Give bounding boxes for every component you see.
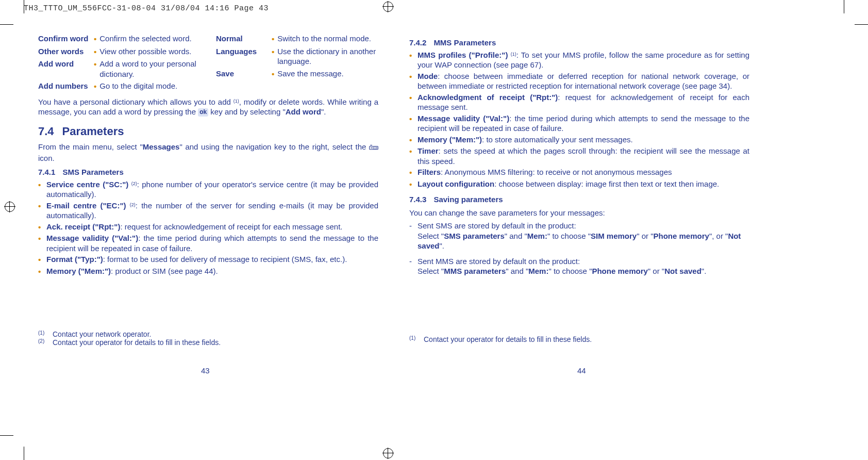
saving-list: -Sent SMS are stored by default in the p… xyxy=(409,221,749,276)
crop-mark xyxy=(24,0,24,13)
list-item: •Format ("Typ:"): format to be used for … xyxy=(38,254,378,265)
list-item-content: Message validity ("Val:"): the time peri… xyxy=(418,113,749,134)
footnote: (1)Contact your network operator. xyxy=(38,330,368,338)
list-item: •Memory ("Mem:"): product or SIM (see pa… xyxy=(38,266,378,277)
bullet-icon: • xyxy=(409,168,418,178)
section-heading: 7.4 Parameters xyxy=(38,124,378,139)
subsection-heading: 7.4.1 SMS Parameters xyxy=(38,167,378,177)
list-item-content: Layout configuration: choose between dis… xyxy=(418,179,749,190)
bullet-icon: • xyxy=(38,267,46,277)
term-description: Add a word to your personal dictionary. xyxy=(99,59,201,79)
bullet-icon: • xyxy=(38,201,46,221)
footnote: (1)Contact your operator for details to … xyxy=(409,335,739,343)
bullet-icon: • xyxy=(409,114,418,134)
bullet-icon: • xyxy=(409,179,418,190)
page-left: Confirm word•Confirm the selected word.O… xyxy=(38,34,378,282)
tools-icon xyxy=(369,143,378,153)
list-item: -Sent SMS are stored by default in the p… xyxy=(409,221,749,251)
dash-icon: - xyxy=(409,221,418,251)
bullet-icon: • xyxy=(409,146,418,166)
saving-intro: You can change the save parameters for y… xyxy=(409,208,749,218)
bullet-icon: • xyxy=(409,51,418,70)
bullet-icon: • xyxy=(272,47,274,57)
term-label: Add numbers xyxy=(38,81,94,91)
sms-parameters-list: •Service centre ("SC:") (2): phone numbe… xyxy=(38,179,378,277)
term-row: Add word•Add a word to your personal dic… xyxy=(38,59,201,79)
bullet-icon: • xyxy=(409,72,418,91)
registration-mark xyxy=(4,201,15,212)
subsection-heading: 7.4.2 MMS Parameters xyxy=(409,38,749,48)
dictionary-paragraph: You have a personal dictionary which all… xyxy=(38,97,378,117)
term-row: Normal•Switch to the normal mode. xyxy=(216,34,378,44)
list-item: •Memory ("Mem:"): to store automatically… xyxy=(409,135,749,145)
list-item: •Ack. receipt ("Rpt:"): request for ackn… xyxy=(38,222,378,233)
list-item-content: Format ("Typ:"): format to be used for d… xyxy=(46,254,378,265)
list-item-content: Filters: Anonymous MMS filtering: to rec… xyxy=(418,167,749,178)
list-item: •Layout configuration: choose between di… xyxy=(409,179,749,190)
footnote-text: Contact your network operator. xyxy=(53,330,151,338)
bullet-icon: • xyxy=(38,234,46,253)
list-item: •Message validity ("Val:"): the time per… xyxy=(409,113,749,134)
term-row: Add numbers•Go to the digital mode. xyxy=(38,81,201,92)
crop-mark xyxy=(0,435,13,436)
list-item: -Sent MMS are stored by default on the p… xyxy=(409,256,749,276)
footnote-text: Contact your operator for details to fil… xyxy=(424,335,592,343)
list-item-content: Service centre ("SC:") (2): phone number… xyxy=(46,179,378,200)
crop-mark xyxy=(0,24,13,25)
bullet-icon: • xyxy=(272,34,274,44)
bullet-icon: • xyxy=(409,93,418,112)
crop-mark xyxy=(855,24,868,25)
crop-mark xyxy=(844,0,844,13)
list-item-content: Mode: choose between immediate or deferr… xyxy=(418,71,749,91)
list-item: •Acknowledgment of receipt ("Rpt:"): req… xyxy=(409,92,749,112)
term-row: Other words•View other possible words. xyxy=(38,46,201,57)
list-item-content: Ack. receipt ("Rpt:"): request for ackno… xyxy=(46,222,378,233)
footnote: (2)Contact your operator for details to … xyxy=(38,338,368,347)
term-label: Other words xyxy=(38,46,94,57)
list-item: •Message validity ("Val:"): the time per… xyxy=(38,233,378,253)
term-description: Switch to the normal mode. xyxy=(277,34,378,44)
list-item: •MMS profiles ("Profile:") (1): To set y… xyxy=(409,50,749,70)
footnote-mark: (1) xyxy=(38,330,53,338)
bullet-icon: • xyxy=(94,34,96,44)
term-label: Languages xyxy=(216,46,272,57)
list-item-content: Sent SMS are stored by default in the pr… xyxy=(418,221,749,251)
bullet-icon: • xyxy=(38,180,46,200)
list-item: •Timer: sets the speed at which the page… xyxy=(409,146,749,166)
svg-rect-2 xyxy=(373,147,377,149)
ok-key-badge: ok xyxy=(198,108,208,117)
list-item-content: Acknowledgment of receipt ("Rpt:"): requ… xyxy=(418,92,749,112)
svg-point-1 xyxy=(371,147,372,149)
terms-table: Confirm word•Confirm the selected word.O… xyxy=(38,34,378,94)
term-label: Normal xyxy=(216,34,272,44)
footnote-text: Contact your operator for details to fil… xyxy=(53,338,221,347)
term-description: Confirm the selected word. xyxy=(99,34,201,44)
term-label: Add word xyxy=(38,59,94,69)
list-item: •Mode: choose between immediate or defer… xyxy=(409,71,749,91)
bullet-icon: • xyxy=(94,47,96,57)
footnotes-right: (1)Contact your operator for details to … xyxy=(409,335,739,343)
page-number-left: 43 xyxy=(201,366,210,375)
term-label: Confirm word xyxy=(38,34,94,44)
term-label: Save xyxy=(216,69,272,79)
bullet-icon: • xyxy=(272,69,274,79)
footnote-mark: (2) xyxy=(38,338,53,347)
list-item-content: Memory ("Mem:"): product or SIM (see pag… xyxy=(46,266,378,277)
crop-mark xyxy=(24,447,24,460)
mms-parameters-list: •MMS profiles ("Profile:") (1): To set y… xyxy=(409,50,749,190)
term-description: Go to the digital mode. xyxy=(99,81,201,91)
list-item: •E-mail centre ("EC:") (2): the number o… xyxy=(38,201,378,221)
term-description: Use the dictionary in another language. xyxy=(277,46,378,67)
page-right: 7.4.2 MMS Parameters •MMS profiles ("Pro… xyxy=(409,34,749,282)
term-row: Confirm word•Confirm the selected word. xyxy=(38,34,201,44)
list-item-content: E-mail centre ("EC:") (2): the number of… xyxy=(46,201,378,221)
term-description: Save the message. xyxy=(277,69,378,79)
term-row: Languages•Use the dictionary in another … xyxy=(216,46,378,67)
term-description: View other possible words. xyxy=(99,46,201,57)
list-item-content: Memory ("Mem:"): to store automatically … xyxy=(418,135,749,145)
bullet-icon: • xyxy=(94,81,96,92)
bullet-icon: • xyxy=(409,135,418,145)
list-item-content: Sent MMS are stored by default on the pr… xyxy=(418,256,749,276)
dash-icon: - xyxy=(409,256,418,276)
list-item: •Service centre ("SC:") (2): phone numbe… xyxy=(38,179,378,200)
